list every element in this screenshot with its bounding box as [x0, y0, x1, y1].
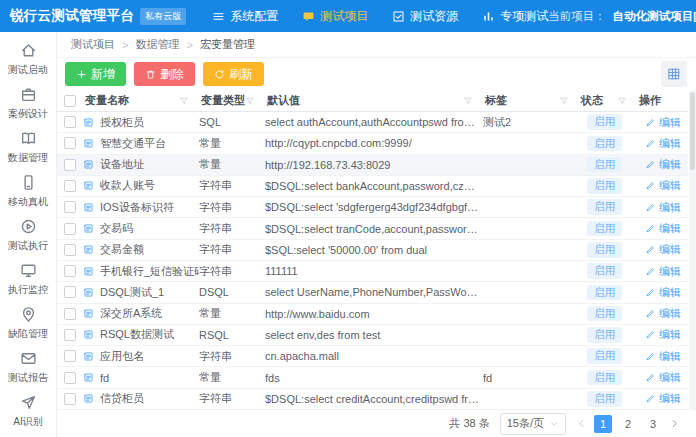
- grid-icon: [667, 67, 681, 81]
- status-badge[interactable]: 启用: [587, 327, 622, 343]
- status-badge[interactable]: 启用: [587, 306, 622, 322]
- pencil-icon: [645, 372, 656, 383]
- status-badge[interactable]: 启用: [587, 136, 622, 152]
- table-row: 手机银行_短信验证码字符串111111启用编辑: [57, 261, 688, 282]
- variable-name: 设备地址: [100, 157, 144, 172]
- table-row: 交易码字符串$DSQL:select tranCode,account,pass…: [57, 218, 688, 239]
- row-checkbox[interactable]: [64, 350, 76, 362]
- default-value: $DSQL:select creditAccount,creditpswd fr…: [265, 393, 483, 405]
- page-button-2[interactable]: 2: [619, 415, 637, 433]
- edit-button[interactable]: 编辑: [645, 115, 681, 130]
- sidebar-item-6[interactable]: 执行监控: [0, 257, 56, 301]
- sidebar-item-2[interactable]: 案例设计: [0, 81, 56, 125]
- edit-button[interactable]: 编辑: [645, 221, 681, 236]
- status-badge[interactable]: 启用: [587, 242, 622, 258]
- filter-icon[interactable]: [463, 96, 473, 106]
- refresh-button[interactable]: 刷新: [203, 62, 264, 86]
- row-checkbox[interactable]: [64, 244, 76, 256]
- edit-button[interactable]: 编辑: [645, 264, 681, 279]
- sidebar-item-1[interactable]: 测试启动: [0, 37, 56, 81]
- row-checkbox[interactable]: [64, 159, 76, 171]
- edit-button[interactable]: 编辑: [645, 136, 681, 151]
- nav-item-1[interactable]: 系统配置: [212, 8, 278, 25]
- edit-button[interactable]: 编辑: [645, 306, 681, 321]
- row-checkbox[interactable]: [64, 308, 76, 320]
- filter-icon[interactable]: [617, 96, 627, 106]
- scrollbar-thumb[interactable]: [690, 92, 695, 170]
- nav-item-4[interactable]: 专项测试: [482, 8, 548, 25]
- edit-button[interactable]: 编辑: [645, 200, 681, 215]
- filter-icon[interactable]: [559, 96, 569, 106]
- row-checkbox[interactable]: [64, 265, 76, 277]
- status-badge[interactable]: 启用: [587, 157, 622, 173]
- breadcrumb-item-2[interactable]: 数据管理: [135, 37, 179, 52]
- page-button-3[interactable]: 3: [644, 415, 662, 433]
- column-header-6: 操作: [637, 90, 688, 111]
- page-size-select[interactable]: 15条/页: [500, 413, 566, 435]
- edit-button[interactable]: 编辑: [645, 157, 681, 172]
- table-row: 应用包名字符串cn.apacha.mall启用编辑: [57, 346, 688, 367]
- status-badge[interactable]: 启用: [587, 285, 622, 301]
- row-checkbox[interactable]: [64, 393, 76, 405]
- current-project-name[interactable]: 自动化测试项目[TP-1904-: [613, 9, 696, 24]
- status-badge[interactable]: 启用: [587, 178, 622, 194]
- variable-name: 交易码: [100, 221, 133, 236]
- sidebar-item-5[interactable]: 测试执行: [0, 213, 56, 257]
- filter-icon[interactable]: [179, 96, 189, 106]
- status-badge[interactable]: 启用: [587, 114, 622, 130]
- variable-doc-icon: [83, 244, 94, 255]
- delete-button[interactable]: 删除: [134, 62, 195, 86]
- top-right: 当前项目： 自动化测试项目[TP-1904- wangminx: [548, 9, 696, 24]
- sidebar-item-3[interactable]: 数据管理: [0, 125, 56, 169]
- pencil-icon: [645, 244, 656, 255]
- edit-button[interactable]: 编辑: [645, 391, 681, 406]
- row-checkbox[interactable]: [64, 286, 76, 298]
- default-value: $DSQL:select 'sdgfergerg43dgf234dfgbgfb'…: [265, 201, 483, 213]
- sidebar-item-7[interactable]: 缺陷管理: [0, 301, 56, 345]
- sidebar-item-9[interactable]: AI识别: [0, 389, 56, 433]
- edit-button[interactable]: 编辑: [645, 178, 681, 193]
- status-badge[interactable]: 启用: [587, 370, 622, 386]
- variable-doc-icon: [83, 329, 94, 340]
- default-value: 111111: [265, 265, 483, 277]
- breadcrumb-item-1[interactable]: 测试项目: [71, 37, 115, 52]
- pencil-icon: [645, 159, 656, 170]
- prev-page-button[interactable]: [576, 418, 587, 429]
- row-checkbox[interactable]: [64, 372, 76, 384]
- status-badge[interactable]: 启用: [587, 263, 622, 279]
- next-page-button[interactable]: [669, 418, 680, 429]
- edit-button[interactable]: 编辑: [645, 327, 681, 342]
- add-button[interactable]: 新增: [65, 62, 126, 86]
- row-checkbox[interactable]: [64, 201, 76, 213]
- row-checkbox[interactable]: [64, 329, 76, 341]
- variable-name: 应用包名: [100, 349, 144, 364]
- data-table: 变量名称变量类型默认值标签状态操作 授权柜员SQLselect authAcco…: [57, 90, 696, 410]
- status-badge[interactable]: 启用: [587, 348, 622, 364]
- select-all-checkbox[interactable]: [64, 95, 76, 107]
- row-checkbox[interactable]: [64, 137, 76, 149]
- status-badge[interactable]: 启用: [587, 199, 622, 215]
- status-badge[interactable]: 启用: [587, 221, 622, 237]
- row-checkbox[interactable]: [64, 223, 76, 235]
- breadcrumb-item-3[interactable]: 宏变量管理: [200, 37, 255, 52]
- row-checkbox[interactable]: [64, 116, 76, 128]
- edit-button[interactable]: 编辑: [645, 285, 681, 300]
- edit-button[interactable]: 编辑: [645, 242, 681, 257]
- edit-button[interactable]: 编辑: [645, 370, 681, 385]
- variable-doc-icon: [83, 223, 94, 234]
- sidebar-item-8[interactable]: 测试报告: [0, 345, 56, 389]
- sidebar-item-4[interactable]: 移动真机: [0, 169, 56, 213]
- edit-button[interactable]: 编辑: [645, 349, 681, 364]
- pagination-bar: 共 38 条 15条/页 123: [57, 410, 696, 437]
- plus-icon: [76, 69, 87, 80]
- column-settings-button[interactable]: [661, 61, 687, 87]
- nav-item-3[interactable]: 测试资源: [392, 8, 458, 25]
- nav-item-2[interactable]: 测试项目: [302, 8, 368, 25]
- filter-icon[interactable]: [245, 96, 255, 106]
- page-button-1[interactable]: 1: [594, 415, 612, 433]
- row-checkbox[interactable]: [64, 180, 76, 192]
- status-badge[interactable]: 启用: [587, 391, 622, 407]
- column-header-2: 变量类型: [199, 90, 265, 111]
- variable-doc-icon: [83, 308, 94, 319]
- variable-type: 常量: [199, 370, 265, 385]
